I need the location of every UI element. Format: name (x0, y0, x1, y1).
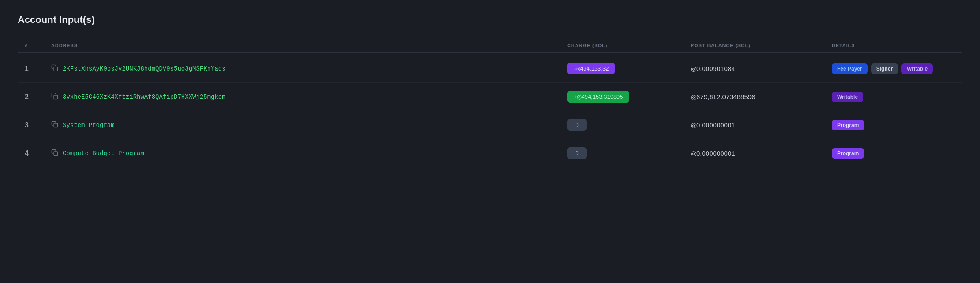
address-link[interactable]: 3vxheE5C46XzK4XftziRhwAf8QAfipD7HXXWj25m… (63, 93, 226, 101)
row-number: 1 (25, 65, 51, 73)
address-link[interactable]: System Program (63, 122, 115, 129)
tag-writable: Writable (832, 92, 863, 102)
change-cell: +◎494,153.319895 (567, 91, 691, 103)
table-header: # ADDRESS CHANGE (SOL) POST BALANCE (SOL… (18, 38, 962, 53)
tag-program: Program (832, 120, 864, 130)
row-number: 2 (25, 93, 51, 101)
address-cell: System Program (51, 121, 567, 129)
details-cell: Writable (832, 92, 955, 102)
col-header-change: CHANGE (SOL) (567, 43, 691, 48)
balance-cell: ◎0.000901084 (691, 65, 832, 73)
table-body: 12KFstXnsAyK9bsJv2UNKJ8hdmQDV9s5uo3gMSFK… (18, 55, 962, 167)
table-row: 23vxheE5C46XzK4XftziRhwAf8QAfipD7HXXWj25… (18, 83, 962, 111)
section-title: Account Input(s) (18, 14, 962, 26)
change-cell: 0 (567, 147, 691, 159)
copy-icon[interactable] (51, 121, 58, 129)
tag-signer: Signer (871, 63, 898, 74)
row-number: 3 (25, 121, 51, 129)
tag-writable: Writable (901, 63, 933, 74)
change-badge-zero: 0 (567, 147, 587, 159)
balance-cell: ◎0.000000001 (691, 121, 832, 129)
address-cell: 2KFstXnsAyK9bsJv2UNKJ8hdmQDV9s5uo3gMSFKn… (51, 64, 567, 73)
row-number: 4 (25, 149, 51, 157)
change-cell: -◎494,153.32 (567, 63, 691, 74)
details-cell: Program (832, 148, 955, 159)
change-badge-zero: 0 (567, 119, 587, 131)
change-badge-positive: +◎494,153.319895 (567, 91, 629, 103)
copy-icon[interactable] (51, 93, 58, 101)
balance-cell: ◎679,812.073488596 (691, 93, 832, 101)
copy-icon[interactable] (51, 149, 58, 157)
col-header-details: DETAILS (832, 43, 955, 48)
svg-rect-3 (54, 152, 58, 156)
main-container: Account Input(s) # ADDRESS CHANGE (SOL) … (0, 0, 980, 181)
col-header-address: ADDRESS (51, 43, 567, 48)
balance-cell: ◎0.000000001 (691, 149, 832, 157)
tag-fee-payer: Fee Payer (832, 63, 868, 74)
table-row: 4Compute Budget Program0◎0.000000001Prog… (18, 139, 962, 167)
table-row: 12KFstXnsAyK9bsJv2UNKJ8hdmQDV9s5uo3gMSFK… (18, 55, 962, 83)
copy-icon[interactable] (51, 64, 58, 73)
table-row: 3System Program0◎0.000000001Program (18, 111, 962, 139)
svg-rect-2 (54, 123, 58, 127)
col-header-post-balance: POST BALANCE (SOL) (691, 43, 832, 48)
col-header-number: # (25, 43, 51, 48)
tag-program: Program (832, 148, 864, 159)
svg-rect-1 (54, 95, 58, 99)
address-link[interactable]: 2KFstXnsAyK9bsJv2UNKJ8hdmQDV9s5uo3gMSFKn… (63, 65, 226, 72)
change-badge-negative: -◎494,153.32 (567, 63, 615, 74)
details-cell: Fee PayerSignerWritable (832, 63, 955, 74)
details-cell: Program (832, 120, 955, 130)
change-cell: 0 (567, 119, 691, 131)
address-cell: 3vxheE5C46XzK4XftziRhwAf8QAfipD7HXXWj25m… (51, 93, 567, 101)
address-cell: Compute Budget Program (51, 149, 567, 157)
svg-rect-0 (54, 67, 58, 71)
address-link[interactable]: Compute Budget Program (63, 150, 144, 157)
